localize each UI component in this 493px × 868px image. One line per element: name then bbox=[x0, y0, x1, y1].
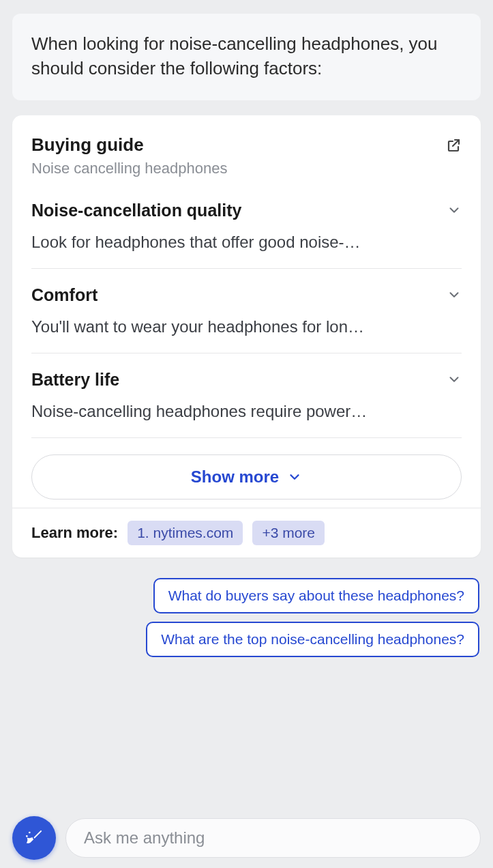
guide-subtitle: Noise cancelling headphones bbox=[31, 160, 462, 177]
suggestion-pill[interactable]: What are the top noise-cancelling headph… bbox=[146, 622, 479, 657]
open-external-icon[interactable] bbox=[445, 137, 462, 154]
guide-section-body: You'll want to wear your headphones for … bbox=[31, 317, 462, 336]
chevron-down-icon bbox=[447, 287, 462, 302]
guide-section-title: Noise-cancellation quality bbox=[31, 201, 241, 220]
source-chip-nytimes[interactable]: 1. nytimes.com bbox=[128, 521, 243, 545]
suggestion-list: What do buyers say about these headphone… bbox=[12, 578, 481, 657]
guide-section: Battery life Noise-cancelling headphones… bbox=[31, 370, 462, 438]
guide-section-title: Battery life bbox=[31, 370, 119, 390]
guide-section-body: Look for headphones that offer good nois… bbox=[31, 233, 462, 252]
show-more-label: Show more bbox=[191, 467, 279, 487]
ask-input[interactable] bbox=[65, 818, 481, 858]
svg-point-1 bbox=[29, 832, 31, 834]
guide-section-header-comfort[interactable]: Comfort bbox=[31, 285, 462, 305]
input-bar bbox=[12, 816, 481, 860]
show-more-button[interactable]: Show more bbox=[31, 454, 462, 500]
broom-icon bbox=[23, 827, 45, 849]
guide-section-header-battery-life[interactable]: Battery life bbox=[31, 370, 462, 390]
new-topic-button[interactable] bbox=[12, 816, 56, 860]
source-chip-more[interactable]: +3 more bbox=[252, 521, 325, 545]
chevron-down-icon bbox=[287, 469, 302, 484]
chevron-down-icon bbox=[447, 372, 462, 387]
svg-point-0 bbox=[26, 835, 28, 837]
guide-section-header-noise-cancellation[interactable]: Noise-cancellation quality bbox=[31, 201, 462, 220]
assistant-message-card: When looking for noise-cancelling headph… bbox=[12, 14, 481, 100]
chevron-down-icon bbox=[447, 203, 462, 218]
learn-more-label: Learn more: bbox=[31, 524, 118, 542]
guide-title: Buying guide bbox=[31, 134, 144, 156]
guide-section: Noise-cancellation quality Look for head… bbox=[31, 201, 462, 269]
assistant-message-text: When looking for noise-cancelling headph… bbox=[31, 31, 462, 81]
buying-guide-card: Buying guide Noise cancelling headphones… bbox=[12, 115, 481, 558]
learn-more-row: Learn more: 1. nytimes.com +3 more bbox=[12, 508, 481, 545]
guide-section-body: Noise-cancelling headphones require powe… bbox=[31, 402, 462, 421]
guide-section-title: Comfort bbox=[31, 285, 98, 305]
guide-section: Comfort You'll want to wear your headpho… bbox=[31, 285, 462, 353]
suggestion-pill[interactable]: What do buyers say about these headphone… bbox=[153, 578, 479, 613]
